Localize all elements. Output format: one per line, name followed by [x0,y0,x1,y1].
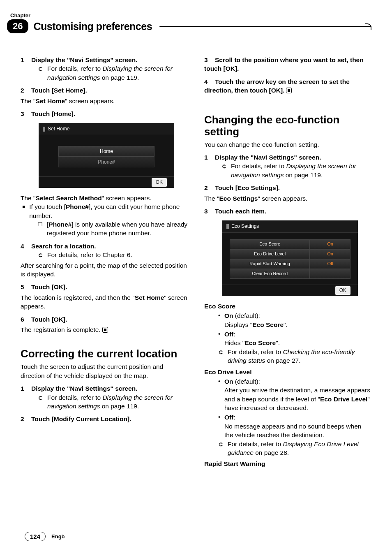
chapter-header: 26 Customising preferences [7,19,371,33]
page-footer: 124 Engb [25,532,65,541]
eco-table: Eco Score On Eco Drive Level On Rapid St… [230,239,350,279]
after-scr-text: The "Select Search Method" screen appear… [21,194,188,202]
antenna-icon [43,127,45,132]
step-text: Display the "Navi Settings" screen. [31,385,137,392]
screenshot-footer: OK [39,176,174,188]
bullet-phone: ■ If you touch [Phone#], you can edit yo… [21,202,188,220]
phone-row[interactable]: Phone# [58,157,154,167]
screenshot-body: Home Phone# [39,135,174,176]
table-row[interactable]: Eco Score On [230,239,350,249]
screenshot-title-text: Set Home [48,125,69,132]
sec3-step-1-ref: ➲ For details, refer to Displaying the s… [204,162,371,179]
step-text: Touch [OK]. [31,316,67,323]
step-text: Touch each item. [215,208,266,215]
sec2-step-1-ref: ➲ For details, refer to Displaying the s… [21,393,188,411]
bullet-text: If you touch [Phone#], you can edit your… [29,202,188,220]
step-1-ref: ➲ For details, refer to Displaying the s… [21,64,188,82]
ok-button[interactable]: OK [152,178,167,187]
table-row[interactable]: Eco Drive Level On [230,249,350,259]
step-3: 3Touch [Home]. [21,109,188,118]
note-phone: ❐ [Phone#] is only available when you ha… [21,220,188,238]
section-end-icon [102,327,108,333]
eco-score-off-body: Off: Hides "Eco Score". [224,330,371,348]
eco-function-heading: Changing the eco-function setting [204,114,371,138]
bullet-icon: ■ [22,202,25,220]
step-number: 1 [21,56,31,64]
set-home-screenshot: Set Home Home Phone# OK [39,123,174,188]
page-number: 124 [25,532,46,541]
ref-icon: ➲ [218,440,224,457]
step-text: Touch the arrow key on the screen to set… [204,78,350,94]
chapter-title: Customising preferences [33,21,152,32]
step-number: 5 [21,283,31,291]
home-row[interactable]: Home [58,146,154,157]
eco-score-name: Eco Score [204,302,371,310]
step-number: 3 [204,207,215,215]
step-1: 1Display the "Navi Settings" screen. [21,56,188,64]
language-code: Engb [51,533,65,540]
eco-drive-name: Eco Drive Level [204,368,371,376]
chapter-number-badge: 26 [7,19,28,33]
sec3-step-3: 3Touch each item. [204,207,371,215]
step-4-ref: ➲ For details, refer to Chapter 6. [21,250,188,259]
sec3-step-1: 1Display the "Navi Settings" screen. [204,153,371,162]
bullet-dot-icon: • [218,311,220,329]
step-text: Display the "Navi Settings" screen. [31,56,137,63]
eco-drive-off-body: Off: No message appears and no sound bee… [224,413,371,439]
step-number: 1 [204,153,215,162]
step-text: Touch [Modify Current Location]. [31,415,131,422]
step-4-body: After searching for a point, the map of … [21,261,188,279]
step-text: Touch [Eco Settings]. [215,184,280,191]
row-value: On [310,239,350,249]
table-row[interactable]: Clear Eco Record [230,269,350,279]
section-end-icon [286,88,292,93]
row-label: Rapid Start Warning [230,259,310,269]
eco-drive-on: • On (default): After you arrive the des… [204,377,371,412]
page: Chapter 26 Customising preferences 1Disp… [0,0,392,556]
correcting-location-heading: Correcting the current location [21,348,188,360]
note-text: [Phone#] is only available when you have… [47,220,188,238]
row-label: Clear Eco Record [230,269,310,279]
eco-score-ref: ➲ For details, refer to Checking the eco… [204,348,371,365]
sec2-intro: Touch the screen to adjust the current p… [21,362,188,380]
step-5: 5Touch [OK]. [21,283,188,291]
right-column: 3Scroll to the position where you want t… [204,56,371,468]
eco-score-off: • Off: Hides "Eco Score". [204,330,371,348]
eco-drive-ref: ➲ For details, refer to Displaying Eco D… [204,440,371,457]
screenshot-body: Eco Score On Eco Drive Level On Rapid St… [222,233,358,285]
row-label: Eco Drive Level [230,249,310,259]
left-column: 1Display the "Navi Settings" screen. ➲ F… [21,56,188,468]
columns: 1Display the "Navi Settings" screen. ➲ F… [21,56,371,468]
ref-text: For details, refer to Displaying the scr… [231,162,371,179]
screenshot-title: Eco Settings [222,220,358,233]
sec2-step-2: 2Touch [Modify Current Location]. [21,415,188,423]
table-row[interactable]: Rapid Start Warning Off [230,259,350,269]
ref-text: For details, refer to Chapter 6. [47,250,132,259]
ok-button[interactable]: OK [335,286,350,295]
row-value [310,269,350,279]
sec3-step-2-body: The "Eco Settings" screen appears. [204,194,371,203]
r-step-4: 4Touch the arrow key on the screen to se… [204,77,371,95]
ref-icon: ➲ [38,250,43,259]
eco-settings-screenshot: Eco Settings Eco Score On Eco Drive Leve… [222,220,358,296]
step-5-body: The location is registered, and then the… [21,293,188,311]
ref-icon: ➲ [38,393,43,411]
antenna-icon [226,224,229,229]
step-number: 2 [204,183,215,192]
ref-text: For details, refer to Displaying the scr… [47,64,188,82]
ref-text: For details, refer to Displaying Eco Dri… [228,440,371,457]
note-icon: ❐ [38,220,43,238]
row-value: On [310,249,350,259]
step-number: 1 [21,384,31,393]
eco-score-on-body: On (default): Displays "Eco Score". [224,311,371,329]
step-text: Display the "Navi Settings" screen. [215,154,321,161]
sec3-step-2: 2Touch [Eco Settings]. [204,183,371,192]
ref-text: For details, refer to Displaying the scr… [47,393,188,411]
rapid-start-name: Rapid Start Warning [204,459,371,468]
step-text: Touch [OK]. [31,283,67,290]
row-value: Off [310,259,350,269]
eco-drive-on-body: On (default): After you arrive the desti… [224,377,371,412]
bullet-dot-icon: • [218,413,220,439]
step-4: 4Search for a location. [21,242,188,250]
step-number: 3 [21,109,31,118]
